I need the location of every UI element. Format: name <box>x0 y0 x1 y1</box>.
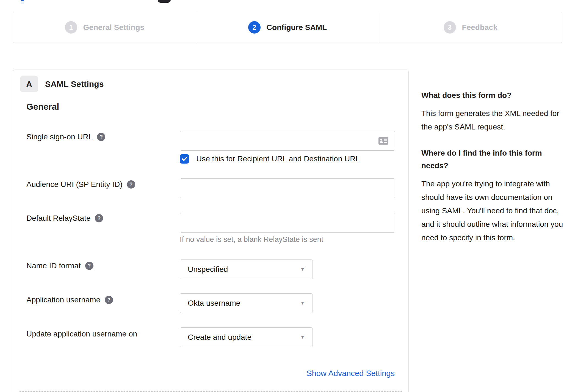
audience-uri-label-row: Audience URI (SP Entity ID) ? <box>26 180 135 189</box>
step-number-badge: 2 <box>248 21 261 34</box>
help-icon[interactable]: ? <box>97 133 105 141</box>
step-label: Configure SAML <box>267 23 327 32</box>
relaystate-label-row: Default RelayState ? <box>26 214 103 223</box>
relaystate-hint: If no value is set, a blank RelayState i… <box>180 235 323 244</box>
field-label: Application username <box>26 296 100 304</box>
chevron-down-icon: ▼ <box>300 335 305 340</box>
name-id-format-label-row: Name ID format ? <box>26 261 93 270</box>
sidebar-question-2: Where do I find the info this form needs… <box>421 147 564 172</box>
step-number-badge: 3 <box>444 21 456 34</box>
field-label: Single sign-on URL <box>26 132 93 141</box>
help-icon[interactable]: ? <box>105 296 113 304</box>
step-feedback[interactable]: 3 Feedback <box>379 12 562 43</box>
selected-option: Okta username <box>188 299 240 308</box>
app-username-select[interactable]: Okta username ▼ <box>180 293 313 313</box>
section-a-badge: A <box>20 76 38 92</box>
audience-uri-input[interactable] <box>180 178 395 198</box>
cutoff-header-element <box>158 0 171 3</box>
chevron-down-icon: ▼ <box>300 300 305 306</box>
step-label: Feedback <box>462 23 497 32</box>
saml-settings-panel: A SAML Settings General Single sign-on U… <box>13 70 409 392</box>
app-username-label-row: Application username ? <box>26 295 113 305</box>
cutoff-header-accent-ghost <box>21 2 24 4</box>
step-label: General Settings <box>83 23 145 32</box>
update-username-select[interactable]: Create and update ▼ <box>180 327 313 347</box>
cutoff-header-accent <box>21 0 24 1</box>
sidebar-answer-2: The app you're trying to integrate with … <box>421 177 564 244</box>
contact-card-icon <box>378 137 388 145</box>
step-general-settings[interactable]: 1 General Settings <box>13 12 196 43</box>
step-configure-saml[interactable]: 2 Configure SAML <box>196 12 379 43</box>
section-dashed-divider <box>20 391 402 392</box>
show-advanced-settings-link[interactable]: Show Advanced Settings <box>306 369 395 378</box>
update-username-label-row: Update application username on <box>26 329 137 339</box>
selected-option: Create and update <box>188 333 251 342</box>
name-id-format-select[interactable]: Unspecified ▼ <box>180 260 313 279</box>
sidebar-question-1: What does this form do? <box>421 89 564 102</box>
panel-title: SAML Settings <box>45 76 104 92</box>
checkmark-icon <box>181 156 187 161</box>
selected-option: Unspecified <box>188 265 228 274</box>
sso-url-label-row: Single sign-on URL ? <box>26 132 105 142</box>
sso-url-input[interactable] <box>180 131 395 151</box>
chevron-down-icon: ▼ <box>300 267 305 272</box>
field-label: Update application username on <box>26 330 137 338</box>
field-label: Name ID format <box>26 261 81 270</box>
field-label: Default RelayState <box>26 214 90 223</box>
field-label: Audience URI (SP Entity ID) <box>26 180 123 189</box>
help-icon[interactable]: ? <box>127 180 135 189</box>
general-section-heading: General <box>26 102 59 112</box>
recipient-url-checkbox[interactable] <box>180 154 189 164</box>
relaystate-input[interactable] <box>180 213 395 233</box>
sidebar-answer-1: This form generates the XML needed for t… <box>421 107 564 134</box>
wizard-stepper: 1 General Settings 2 Configure SAML 3 Fe… <box>13 12 562 43</box>
step-number-badge: 1 <box>65 21 77 34</box>
recipient-url-checkbox-label: Use this for Recipient URL and Destinati… <box>196 154 360 164</box>
help-sidebar: What does this form do? This form genera… <box>421 89 564 244</box>
help-icon[interactable]: ? <box>95 214 103 222</box>
help-icon[interactable]: ? <box>85 262 93 270</box>
